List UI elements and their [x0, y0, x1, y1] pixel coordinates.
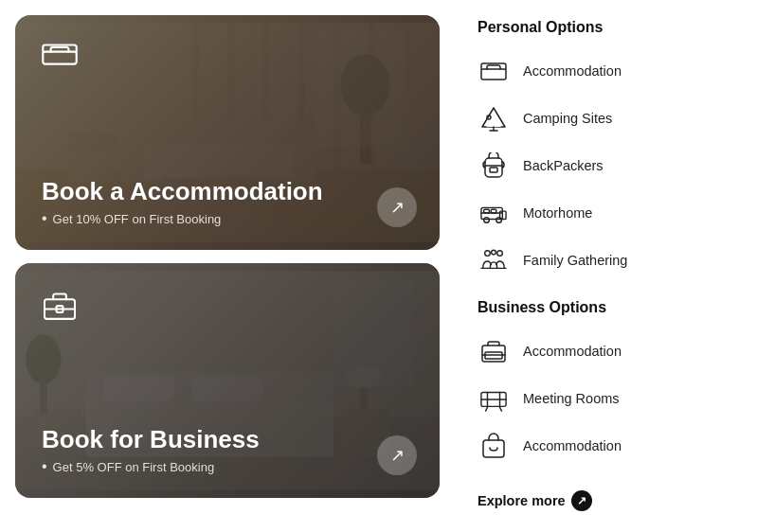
- svg-rect-37: [481, 69, 506, 80]
- family-gathering-label: Family Gathering: [523, 253, 627, 268]
- svg-point-53: [497, 251, 503, 257]
- camping-icon: [478, 102, 510, 134]
- bed-icon: [42, 42, 78, 71]
- card1-content: Book a Accommodation Get 10% OFF on Firs…: [15, 15, 440, 250]
- card2-title: Book for Business: [42, 425, 413, 454]
- briefcase-icon: [42, 290, 78, 325]
- svg-rect-50: [484, 209, 490, 213]
- business-accommodation2-label: Accommodation: [523, 438, 622, 453]
- family-gathering-item[interactable]: Family Gathering: [478, 237, 734, 284]
- svg-line-63: [486, 407, 488, 411]
- explore-arrow-icon: ↗: [571, 490, 592, 511]
- business-card[interactable]: Book for Business Get 5% OFF on First Bo…: [15, 263, 440, 498]
- meeting-rooms-item[interactable]: Meeting Rooms: [478, 375, 734, 422]
- business-accommodation-label: Accommodation: [523, 344, 622, 359]
- svg-rect-51: [491, 209, 496, 213]
- card1-title: Book a Accommodation: [42, 177, 413, 206]
- svg-point-54: [492, 250, 496, 255]
- business-accommodation2-item[interactable]: Accommodation: [478, 422, 734, 470]
- accommodation-card[interactable]: Book a Accommodation Get 10% OFF on Firs…: [15, 15, 440, 250]
- motorhome-item[interactable]: Motorhome: [478, 189, 734, 237]
- svg-point-52: [485, 251, 491, 257]
- accommodation-icon: [478, 55, 510, 87]
- briefcase-bed-icon: [478, 335, 510, 367]
- business-options-title: Business Options: [478, 299, 734, 316]
- right-panel: Personal Options Accommodation Camping S…: [455, 0, 757, 532]
- business-accommodation-item[interactable]: Accommodation: [478, 328, 734, 375]
- svg-rect-44: [490, 168, 497, 172]
- explore-more-label: Explore more: [478, 493, 566, 508]
- personal-options-title: Personal Options: [478, 19, 734, 36]
- svg-rect-65: [483, 440, 504, 457]
- svg-point-47: [484, 218, 490, 223]
- card2-content: Book for Business Get 5% OFF on First Bo…: [15, 263, 440, 498]
- family-icon: [478, 244, 510, 276]
- svg-point-48: [496, 218, 502, 223]
- card2-arrow-button[interactable]: ↗: [377, 435, 417, 475]
- left-panel: Book a Accommodation Get 10% OFF on Firs…: [0, 0, 455, 532]
- personal-accommodation-item[interactable]: Accommodation: [478, 47, 734, 95]
- card1-arrow-button[interactable]: ↗: [377, 187, 417, 227]
- backpackers-label: BackPackers: [523, 158, 604, 173]
- svg-rect-19: [43, 52, 76, 64]
- card1-subtitle: Get 10% OFF on First Booking: [42, 210, 413, 227]
- meeting-rooms-label: Meeting Rooms: [523, 391, 620, 406]
- backpack-icon: [478, 150, 510, 182]
- card2-subtitle: Get 5% OFF on First Booking: [42, 458, 413, 475]
- motorhome-label: Motorhome: [523, 205, 592, 221]
- bag-icon: [478, 430, 510, 462]
- motorhome-icon: [478, 197, 510, 229]
- camping-sites-label: Camping Sites: [523, 111, 612, 126]
- explore-more-button[interactable]: Explore more ↗: [478, 490, 734, 511]
- svg-line-64: [500, 407, 502, 411]
- backpackers-item[interactable]: BackPackers: [478, 142, 734, 189]
- svg-point-42: [487, 115, 491, 119]
- meeting-icon: [478, 382, 510, 415]
- camping-sites-item[interactable]: Camping Sites: [478, 95, 734, 142]
- personal-accommodation-label: Accommodation: [523, 63, 622, 79]
